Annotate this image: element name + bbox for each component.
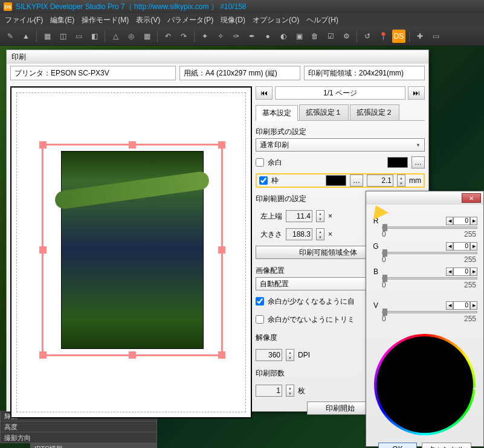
topleft-x-spinner[interactable]: ▲▼ [316,210,324,222]
printable-area-info: 印刷可能領域：204x291(mm) [304,66,425,80]
g-value[interactable]: 0 [453,242,470,251]
dropper2-icon[interactable]: ✒ [245,30,259,43]
handle-ml[interactable] [39,246,47,254]
thumb-icon[interactable]: ◫ [56,30,69,43]
resolution-input[interactable] [256,349,282,361]
min-margin-checkbox[interactable] [256,297,264,306]
page-last-button[interactable]: ⏭ [408,86,425,100]
menu-develop[interactable]: 現像(D) [218,14,248,27]
color-wheel[interactable]: + [374,334,476,435]
menu-edit[interactable]: 編集(E) [48,14,77,27]
menu-view[interactable]: 表示(V) [134,14,163,27]
menu-parameter[interactable]: パラメータ(P) [165,14,216,27]
margin-color-button[interactable]: … [411,156,425,168]
topleft-x-input[interactable] [286,210,312,222]
handle-bm[interactable] [129,351,136,359]
wand-icon[interactable]: ✦ [198,30,211,43]
gear-icon[interactable]: ⚙ [340,30,353,43]
times-1: × [328,212,332,220]
single-icon[interactable]: ▭ [72,30,85,43]
resolution-spinner[interactable]: ▲▼ [286,349,294,361]
r-slider[interactable] [382,226,477,229]
puzzle-icon[interactable]: ✚ [413,30,427,43]
handle-tl[interactable] [39,141,47,149]
window-icon[interactable]: ▭ [429,30,442,43]
split-icon[interactable]: ◧ [88,30,101,43]
print-preview-panel [10,86,252,418]
no-margin-label: 余白がでないようにトリミ [268,315,355,325]
frame-width-input[interactable] [367,174,393,187]
selection-frame[interactable] [43,145,222,355]
ds-icon[interactable]: DS [392,30,405,43]
g-dec[interactable]: ◀ [446,242,453,251]
spot-icon[interactable]: ◐ [277,30,290,43]
g-inc[interactable]: ▶ [470,242,477,251]
menu-help[interactable]: ヘルプ(H) [304,14,341,27]
close-button[interactable]: ✕ [462,193,481,203]
brush-icon[interactable]: ✎ [4,30,17,43]
no-margin-checkbox[interactable] [256,315,264,324]
handle-bl[interactable] [39,351,47,359]
check-icon[interactable]: ☑ [324,30,337,43]
frame-color-button[interactable]: … [350,174,363,187]
grid2-icon[interactable]: ▦ [140,30,153,43]
ok-button[interactable]: OK [378,443,416,448]
frame-width-spinner[interactable]: ▲▼ [397,174,405,187]
copies-spinner[interactable]: ▲▼ [286,385,294,397]
prop-iptc[interactable]: IPTC情報 [30,443,157,448]
menu-file[interactable]: ファイル(F) [2,14,45,27]
b-label: B [372,267,379,276]
resolution-unit: DPI [298,351,310,359]
target-icon[interactable]: ◎ [124,30,138,43]
handle-tr[interactable] [218,141,225,149]
r-dec[interactable]: ◀ [446,217,453,225]
b-value[interactable]: 0 [453,267,470,276]
cancel-button[interactable]: キャンセル [422,443,471,448]
b-slider[interactable] [382,277,477,280]
start-print-button[interactable]: 印刷開始 [307,402,373,415]
size-w-spinner[interactable]: ▲▼ [316,228,324,240]
prop-direction: 撮影方向 [0,432,157,443]
tab-ext2[interactable]: 拡張設定２ [350,104,399,120]
copies-input[interactable] [256,385,282,397]
g-slider[interactable] [382,252,477,254]
app-logo-icon: DS [4,2,12,11]
warning-icon[interactable]: △ [109,30,122,43]
dropper-icon[interactable]: ✑ [230,30,243,43]
r-inc[interactable]: ▶ [470,217,477,225]
rotate-left-icon[interactable]: ↶ [161,30,175,43]
pin-icon[interactable]: 📍 [376,30,390,43]
g-label: G [372,242,379,251]
grid-icon[interactable]: ▦ [40,30,54,43]
tab-basic[interactable]: 基本設定 [256,105,298,121]
rotate-right-icon[interactable]: ↷ [177,30,190,43]
tab-ext1[interactable]: 拡張設定１ [299,104,349,120]
reset-icon[interactable]: ↺ [361,30,374,43]
trash-icon[interactable]: 🗑 [308,30,321,43]
b-dec[interactable]: ◀ [446,267,453,276]
format-dropdown[interactable]: 通常印刷 [256,138,425,152]
size-w-input[interactable] [286,228,312,240]
page-first-button[interactable]: ⏮ [256,86,273,100]
v-value[interactable]: 0 [453,301,470,310]
v-dec[interactable]: ◀ [446,301,453,310]
b-inc[interactable]: ▶ [470,267,477,276]
pointer-icon[interactable]: ▲ [19,30,33,43]
print-preview[interactable] [10,86,252,418]
r-value[interactable]: 0 [453,217,470,225]
crop-icon[interactable]: ▣ [292,30,306,43]
wand2-icon[interactable]: ✧ [214,30,227,43]
menu-option[interactable]: オプション(O) [250,14,302,27]
blur-icon[interactable]: ● [261,30,274,43]
menu-mode[interactable]: 操作モード(M) [79,14,131,27]
v-inc[interactable]: ▶ [470,301,477,310]
handle-mr[interactable] [218,246,225,254]
handle-br[interactable] [218,351,225,359]
margin-checkbox[interactable] [256,158,264,167]
handle-tm[interactable] [129,141,136,149]
prop-altitude: 高度 [0,421,157,432]
v-slider[interactable] [382,311,477,313]
color-picker-dialog: ✕ R ◀0▶ 0255 G ◀0▶ 0255 B ◀0▶ 0255 V [366,191,484,447]
menu-bar: ファイル(F) 編集(E) 操作モード(M) 表示(V) パラメータ(P) 現像… [0,13,484,27]
frame-checkbox[interactable] [259,176,268,185]
